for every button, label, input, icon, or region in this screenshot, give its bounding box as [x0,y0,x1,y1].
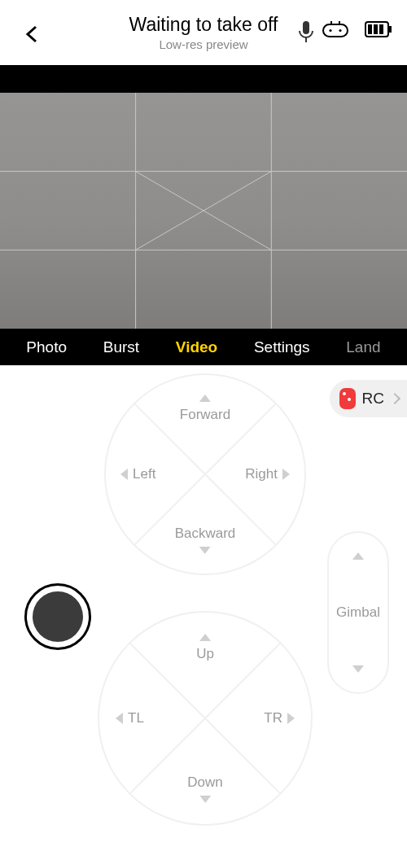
camera-mode-bar: Photo Burst Video Settings Land [0,329,407,365]
dpad-backward[interactable]: Backward [175,526,236,554]
header-bar: Waiting to take off Low-res preview [0,0,407,65]
dpad-right[interactable]: Right [245,466,290,482]
dpad-tr-label: TR [264,710,282,726]
triangle-right-icon [282,469,290,480]
svg-point-3 [329,29,331,32]
dpad-backward-label: Backward [175,526,236,542]
record-inner-icon [33,591,83,642]
dpad-left-label: Left [133,466,155,482]
dpad-forward[interactable]: Forward [180,395,230,423]
record-button[interactable] [24,583,91,650]
tab-photo[interactable]: Photo [26,338,67,356]
dpad-tl[interactable]: TL [116,710,144,726]
triangle-up-icon [352,552,364,560]
mic-icon[interactable] [298,21,314,44]
gimbal-control[interactable]: Gimbal [327,531,389,694]
gimbal-label: Gimbal [336,604,380,621]
triangle-left-icon [116,713,123,724]
chevron-left-icon [24,25,42,43]
preview-bar-top [0,65,407,93]
dpad-tr[interactable]: TR [264,710,295,726]
svg-rect-9 [368,24,372,34]
page-subtitle: Low-res preview [129,37,278,51]
svg-rect-8 [389,26,392,33]
triangle-down-icon [352,665,364,673]
triangle-down-icon [199,547,211,554]
back-button[interactable] [16,18,49,50]
tab-burst[interactable]: Burst [103,338,139,356]
svg-point-4 [339,29,341,32]
triangle-right-icon [287,713,295,724]
battery-icon[interactable] [365,21,392,37]
rc-icon [339,388,356,409]
header-title-block: Waiting to take off Low-res preview [129,14,278,51]
chevron-right-icon [389,393,400,404]
dpad-forward-label: Forward [180,407,230,423]
altitude-dpad[interactable]: Up Down TL TR [98,611,313,826]
svg-rect-2 [323,24,348,37]
tab-land[interactable]: Land [346,338,380,356]
header-icons [322,21,392,37]
dpad-up-label: Up [196,646,214,662]
dpad-down[interactable]: Down [187,774,222,803]
tab-video[interactable]: Video [176,338,217,356]
grid-overlay-icon [0,93,407,329]
controller-icon[interactable] [322,21,348,37]
dpad-tl-label: TL [128,710,144,726]
svg-rect-10 [374,24,378,34]
rc-mode-button[interactable]: RC [330,380,407,417]
dpad-down-label: Down [187,774,222,791]
page-title: Waiting to take off [129,14,278,36]
dpad-left[interactable]: Left [120,466,155,482]
svg-rect-11 [379,24,383,34]
dpad-up[interactable]: Up [196,634,214,662]
camera-area: Photo Burst Video Settings Land [0,65,407,365]
camera-preview[interactable] [0,93,407,329]
dpad-right-label: Right [245,466,278,482]
triangle-up-icon [199,395,211,402]
triangle-down-icon [199,796,211,803]
movement-dpad[interactable]: Forward Backward Left Right [104,373,306,575]
triangle-left-icon [120,469,128,480]
svg-rect-0 [303,21,309,34]
triangle-up-icon [199,634,211,641]
rc-label: RC [362,390,384,408]
control-panel: RC Forward Backward Left Right [0,365,407,868]
tab-settings[interactable]: Settings [254,338,310,356]
